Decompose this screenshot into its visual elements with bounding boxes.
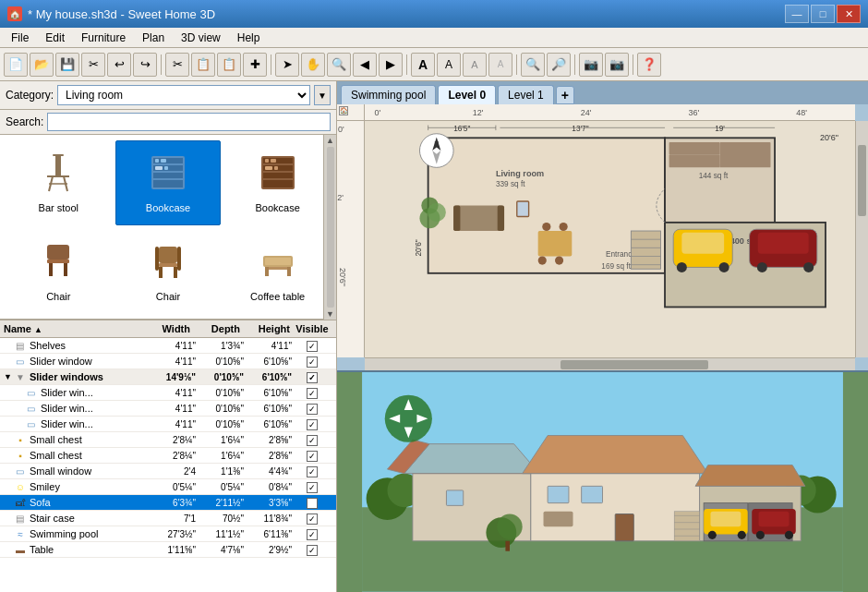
toolbar-next[interactable]: ▶ (379, 53, 403, 77)
list-item-slider-win-2[interactable]: ▼▭ Slider win... 4'11" 0'10⅝" 6'10⅝" (0, 401, 336, 417)
row-visible-stair-case[interactable] (292, 513, 332, 525)
checkbox-sofa[interactable] (307, 498, 318, 509)
checkbox-slider-win-3[interactable] (307, 419, 318, 430)
toolbar-prev[interactable]: ◀ (353, 53, 377, 77)
toolbar-camera[interactable]: 📷 (579, 53, 603, 77)
furniture-item-bookcase-blue[interactable]: Bookcase (115, 140, 222, 225)
toolbar-select[interactable]: ➤ (275, 53, 299, 77)
list-item-slider-window[interactable]: ▼▭ Slider window 4'11" 0'10⅝" 6'10⅝" (0, 354, 336, 369)
hscrollbar-thumb-top[interactable] (561, 360, 707, 369)
row-visible-small-chest-2[interactable] (292, 450, 332, 462)
toolbar-new[interactable]: 📄 (4, 53, 28, 77)
grid-scrollbar[interactable]: ▲ ▼ (323, 135, 336, 320)
row-visible-slider-window[interactable] (292, 356, 332, 368)
row-visible-slider-win-2[interactable] (292, 403, 332, 415)
furniture-item-chair1[interactable]: Chair (6, 229, 112, 314)
row-visible-slider-win-3[interactable] (292, 418, 332, 430)
row-visible-table[interactable] (292, 544, 332, 556)
list-item-stair-case[interactable]: ▼▤ Stair case 7'1 70½" 11'8¾" (0, 511, 336, 526)
list-item-slider-win-1[interactable]: ▼▭ Slider win... 4'11" 0'10⅝" 6'10⅝" (0, 385, 336, 401)
toolbar-text1[interactable]: A (411, 53, 435, 77)
toolbar-copy[interactable]: 📋 (191, 53, 215, 77)
checkbox-small-chest-1[interactable] (307, 435, 318, 446)
window-controls[interactable]: — □ ✕ (785, 5, 861, 23)
category-expand-btn[interactable]: ▼ (314, 85, 331, 105)
floor-plan-canvas[interactable]: 16'5" 13'7" 19' 20'6" (365, 121, 855, 357)
furniture-item-bookcase[interactable]: Bookcase (224, 140, 331, 225)
toolbar-add[interactable]: ✚ (243, 53, 267, 77)
list-item-swimming-pool[interactable]: ▼≈ Swimming pool 27'3½" 11'1½" 6'11⅜" (0, 526, 336, 542)
vscrollbar-thumb-top[interactable] (858, 145, 866, 216)
menu-plan[interactable]: Plan (135, 30, 172, 46)
row-visible-slider-win-1[interactable] (292, 387, 332, 399)
checkbox-slider-windows-group[interactable] (307, 372, 318, 383)
toolbar-text3[interactable]: A (463, 53, 487, 77)
tab-level-0[interactable]: Level 0 (438, 85, 496, 104)
list-item-small-chest-2[interactable]: ▼▪ Small chest 2'8¼" 1'6¼" 2'8⅝" (0, 448, 336, 464)
col-depth-header[interactable]: Depth (192, 323, 240, 334)
toolbar-zoom-out[interactable]: 🔎 (547, 53, 571, 77)
row-visible-smiley[interactable] (292, 481, 332, 493)
minimize-button[interactable]: — (785, 5, 809, 23)
list-item-small-window[interactable]: ▼▭ Small window 2'4 1'1⅜" 4'4¾" (0, 464, 336, 479)
row-visible-small-chest-1[interactable] (292, 434, 332, 446)
toolbar-zoom[interactable]: 🔍 (327, 53, 351, 77)
checkbox-shelves[interactable] (307, 341, 318, 352)
menu-3d-view[interactable]: 3D view (174, 30, 228, 46)
tab-add-button[interactable]: + (556, 86, 574, 104)
list-item-table[interactable]: ▼▬ Table 1'11⅝" 4'7⅛" 2'9½" (0, 542, 336, 558)
list-item-shelves[interactable]: ▼▤ Shelves 4'11" 1'3¾" 4'11" (0, 338, 336, 354)
checkbox-stair-case[interactable] (307, 513, 318, 525)
toolbar-undo[interactable]: ↩ (107, 53, 131, 77)
menu-edit[interactable]: Edit (38, 30, 72, 46)
checkbox-small-chest-2[interactable] (307, 451, 318, 462)
row-visible-shelves[interactable] (292, 340, 332, 352)
col-width-header[interactable]: Width (137, 323, 190, 334)
row-visible-slider-windows-group[interactable] (292, 371, 332, 383)
hscrollbar-top[interactable] (365, 357, 855, 370)
col-height-header[interactable]: Height (242, 323, 290, 334)
col-name-header[interactable]: Name ▲ (4, 323, 135, 334)
vscrollbar-top[interactable] (855, 121, 868, 357)
menu-help[interactable]: Help (230, 30, 268, 46)
checkbox-slider-window[interactable] (307, 356, 318, 368)
checkbox-smiley[interactable] (307, 482, 318, 493)
toolbar-paste[interactable]: 📋 (217, 53, 241, 77)
list-item-sofa[interactable]: ▼🛋 Sofa 6'3¾" 2'11½" 3'3⅝" (0, 495, 336, 511)
view-3d[interactable] (337, 372, 868, 592)
toolbar-help[interactable]: ❓ (637, 53, 661, 77)
close-button[interactable]: ✕ (837, 5, 861, 23)
search-input[interactable] (47, 113, 331, 131)
toolbar-text2[interactable]: A (437, 53, 461, 77)
floor-plan-top[interactable]: 0' 12' 24' 36' 48' 0' 12' 20'6" 🏠 (337, 104, 868, 372)
zoom-corner[interactable]: 🏠 (339, 106, 348, 115)
toolbar-redo[interactable]: ↪ (133, 53, 157, 77)
tab-level-1[interactable]: Level 1 (498, 85, 554, 104)
menu-furniture[interactable]: Furniture (74, 30, 133, 46)
maximize-button[interactable]: □ (811, 5, 835, 23)
list-item-smiley[interactable]: ▼☺ Smiley 0'5¼" 0'5¼" 0'8¼" (0, 479, 336, 495)
checkbox-table[interactable] (307, 545, 318, 556)
category-select[interactable]: Living room (57, 85, 310, 105)
toolbar-pan[interactable]: ✋ (301, 53, 325, 77)
furniture-item-chair2[interactable]: Chair (115, 229, 222, 314)
toolbar-zoom-in[interactable]: 🔍 (521, 53, 545, 77)
furniture-item-bar-stool[interactable]: Bar stool (6, 140, 112, 225)
list-item-small-chest-1[interactable]: ▼▪ Small chest 2'8¼" 1'6¼" 2'8⅝" (0, 432, 336, 448)
checkbox-swimming-pool[interactable] (307, 529, 318, 540)
tab-swimming-pool[interactable]: Swimming pool (341, 85, 436, 104)
toolbar-cut[interactable]: ✂ (81, 53, 105, 77)
toolbar-save[interactable]: 💾 (55, 53, 79, 77)
menu-file[interactable]: File (4, 30, 36, 46)
toolbar-cut2[interactable]: ✂ (165, 53, 189, 77)
toolbar-text4[interactable]: A (488, 53, 512, 77)
list-item-slider-win-3[interactable]: ▼▭ Slider win... 4'11" 0'10⅝" 6'10⅝" (0, 417, 336, 432)
toolbar-render[interactable]: 📷 (605, 53, 629, 77)
row-visible-small-window[interactable] (292, 465, 332, 477)
checkbox-small-window[interactable] (307, 466, 318, 477)
col-visible-header[interactable]: Visible (292, 323, 332, 334)
toolbar-open[interactable]: 📂 (30, 53, 54, 77)
checkbox-slider-win-1[interactable] (307, 388, 318, 399)
furniture-item-coffee-table[interactable]: Coffee table (224, 229, 331, 314)
list-item-slider-windows-group[interactable]: ▼▼ Slider windows 14'9⅛" 0'10⅝" 6'10⅝" (0, 369, 336, 385)
